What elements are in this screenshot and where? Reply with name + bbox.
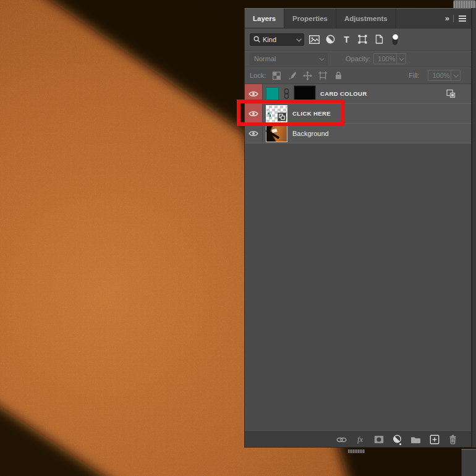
chevron-down-icon xyxy=(454,72,459,77)
fill-layer-swatch[interactable] xyxy=(266,87,279,100)
visibility-toggle[interactable] xyxy=(245,124,263,143)
chevron-down-icon xyxy=(296,36,301,41)
layer-name[interactable]: Background xyxy=(292,130,329,137)
dock-edge-bottom xyxy=(461,449,476,476)
tab-properties[interactable]: Properties xyxy=(284,9,336,28)
tab-adjustments[interactable]: Adjustments xyxy=(336,9,396,28)
link-layers-icon[interactable] xyxy=(336,435,347,445)
pixel-layers-filter-icon[interactable] xyxy=(308,34,320,45)
dock-edge xyxy=(472,8,476,448)
overlapping-squares-icon xyxy=(446,89,471,99)
lock-label: Lock: xyxy=(250,72,266,79)
fill-label: Fill: xyxy=(409,72,419,79)
eye-icon xyxy=(249,91,258,97)
layers-panel: Layers Properties Adjustments » Kind xyxy=(244,8,472,448)
lock-row: Lock: xyxy=(245,67,471,83)
divider xyxy=(453,15,454,22)
layer-thumbnail-image[interactable] xyxy=(266,125,287,142)
tab-layers[interactable]: Layers xyxy=(245,9,284,28)
collapse-panels-icon[interactable]: » xyxy=(445,14,448,23)
lock-transparency-icon[interactable] xyxy=(271,71,281,80)
layer-name[interactable]: CARD COLOUR xyxy=(320,90,367,97)
lock-pixels-icon[interactable] xyxy=(287,71,297,80)
dock-grip-handle[interactable] xyxy=(453,0,476,8)
opacity-input[interactable]: 100% xyxy=(373,53,406,64)
lock-all-icon[interactable] xyxy=(333,71,343,80)
filter-toggle[interactable] xyxy=(389,34,401,45)
blend-mode-row: Normal Opacity: 100% xyxy=(245,50,471,67)
chevron-down-icon xyxy=(399,56,404,61)
panel-menu-icon[interactable] xyxy=(459,15,466,22)
layer-style-icon[interactable]: fx xyxy=(355,435,365,445)
delete-layer-icon[interactable] xyxy=(448,435,458,445)
fill-input[interactable]: 100% xyxy=(428,70,461,81)
lock-position-icon[interactable] xyxy=(302,71,312,80)
thumbnail-card xyxy=(272,129,278,133)
blend-mode-dropdown[interactable]: Normal xyxy=(250,53,328,65)
layers-list: CARD COLOUR xyxy=(245,83,471,431)
fill-value: 100% xyxy=(428,72,451,79)
opacity-value: 100% xyxy=(374,55,396,62)
shape-layers-filter-icon[interactable] xyxy=(357,34,368,45)
smart-object-filter-icon[interactable] xyxy=(373,34,385,45)
layers-toolbar: fx xyxy=(245,431,471,447)
add-layer-mask-icon[interactable] xyxy=(373,435,384,445)
new-layer-icon[interactable] xyxy=(429,435,440,445)
panel-tabbar: Layers Properties Adjustments » xyxy=(245,9,471,28)
chevron-down-icon xyxy=(319,56,324,61)
eye-icon xyxy=(249,130,258,137)
adjustment-layers-filter-icon[interactable] xyxy=(325,34,336,45)
panel-resize-grip[interactable] xyxy=(348,449,365,453)
type-layers-filter-icon[interactable]: T xyxy=(341,34,352,45)
filter-kind-dropdown[interactable]: Kind xyxy=(250,33,304,46)
new-adjustment-layer-icon[interactable] xyxy=(392,435,402,445)
layer-filter-row: Kind T xyxy=(245,28,471,50)
mask-link-icon[interactable] xyxy=(284,88,289,99)
search-icon xyxy=(253,36,260,43)
lock-artboard-icon[interactable] xyxy=(318,71,328,80)
new-group-icon[interactable] xyxy=(410,435,421,445)
opacity-label: Opacity: xyxy=(346,55,370,62)
filter-kind-label: Kind xyxy=(263,36,294,43)
layer-row-background[interactable]: Background xyxy=(245,124,471,143)
blend-mode-value: Normal xyxy=(254,55,320,62)
annotation-highlight-box xyxy=(237,100,345,126)
